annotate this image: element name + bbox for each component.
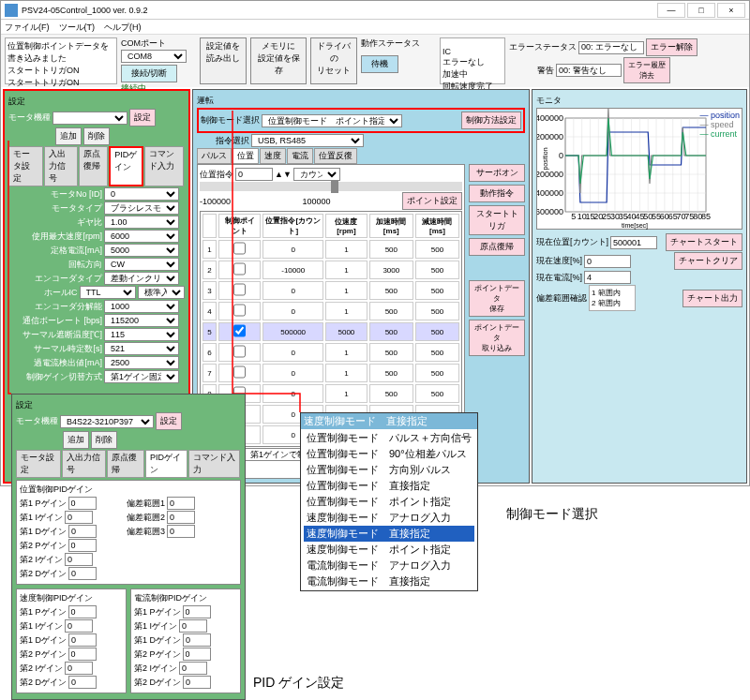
row-check[interactable] bbox=[218, 322, 261, 341]
field-input[interactable]: 5000 bbox=[104, 244, 179, 257]
cur-p2-input[interactable] bbox=[183, 648, 211, 661]
pos-d1-input[interactable] bbox=[68, 525, 97, 538]
pointdata-save-button[interactable]: ポイントデータ 保存 bbox=[469, 280, 525, 317]
table-row[interactable]: 101500500 bbox=[202, 240, 459, 259]
action-button[interactable]: 動作指令 bbox=[469, 185, 525, 202]
field-input[interactable]: 1.00 bbox=[104, 216, 179, 229]
menu-tool[interactable]: ツール(T) bbox=[59, 22, 96, 32]
minimize-button[interactable]: — bbox=[657, 3, 685, 18]
field-input2[interactable]: 標準入力 bbox=[138, 286, 185, 299]
opstatus-button[interactable]: 待機 bbox=[361, 55, 398, 73]
callout-tab-cmd[interactable]: コマンド入力 bbox=[188, 450, 240, 478]
callout-delete-button[interactable]: 削除 bbox=[91, 431, 117, 449]
row-check[interactable] bbox=[218, 261, 261, 279]
field-input[interactable]: TTL bbox=[80, 286, 136, 299]
subtab-rep[interactable]: 位置反復 bbox=[314, 148, 357, 164]
callout-tab-pid[interactable]: PIDゲイン bbox=[145, 450, 188, 478]
servo-on-button[interactable]: サーボオン bbox=[469, 164, 525, 182]
mode-settings-button[interactable]: 制御方法設定 bbox=[461, 112, 521, 129]
dropdown-item[interactable]: 速度制御モード 直接指定 bbox=[304, 526, 474, 542]
table-row[interactable]: 401500500 bbox=[202, 302, 459, 320]
dev1-input[interactable] bbox=[167, 497, 195, 510]
poscmd-input[interactable] bbox=[235, 168, 273, 181]
field-input[interactable]: 115 bbox=[104, 328, 179, 341]
spd-d2-input[interactable] bbox=[68, 676, 97, 689]
field-input[interactable]: 第1ゲイン固定 bbox=[104, 370, 179, 383]
spd-p2-input[interactable] bbox=[68, 648, 97, 661]
subtab-spd[interactable]: 速度 bbox=[260, 148, 286, 164]
poscmd-slider[interactable] bbox=[200, 182, 462, 191]
field-input[interactable]: ブラシレスモータ bbox=[104, 201, 179, 215]
field-input[interactable]: 2500 bbox=[104, 356, 179, 369]
row-check[interactable] bbox=[218, 281, 261, 300]
chart-output-button[interactable]: チャート出力 bbox=[682, 290, 742, 307]
dropdown-header[interactable]: 速度制御モード 直接指定 bbox=[301, 413, 477, 429]
row-check[interactable] bbox=[218, 302, 261, 320]
connect-button[interactable]: 接続/切断 bbox=[121, 65, 177, 82]
menu-help[interactable]: ヘルプ(H) bbox=[104, 22, 142, 32]
tab-cmd[interactable]: コマンド入力 bbox=[144, 146, 184, 186]
cur-d1-input[interactable] bbox=[183, 633, 211, 647]
cur-p1-input[interactable] bbox=[183, 605, 211, 618]
dropdown-item[interactable]: 位置制御モード パルス＋方向信号 bbox=[304, 430, 474, 446]
table-row[interactable]: 55000005000500500 bbox=[202, 322, 459, 341]
field-input[interactable]: 6000 bbox=[104, 230, 179, 243]
subtab-cur[interactable]: 電流 bbox=[287, 148, 313, 164]
error-history-button[interactable]: エラー履歴 消去 bbox=[623, 57, 670, 83]
field-input[interactable]: 521 bbox=[104, 342, 179, 355]
save-memory-button[interactable]: メモリに 設定値を保存 bbox=[250, 37, 307, 84]
field-input[interactable]: 1000 bbox=[104, 300, 179, 313]
spd-i2-input[interactable] bbox=[65, 662, 93, 675]
subtab-pos[interactable]: 位置 bbox=[232, 148, 259, 164]
tab-io[interactable]: 入出力信号 bbox=[44, 146, 79, 186]
delete-button[interactable]: 削除 bbox=[83, 127, 110, 145]
error-clear-button[interactable]: エラー解除 bbox=[646, 38, 698, 56]
cmd-select[interactable]: USB, RS485 bbox=[251, 134, 364, 147]
com-select[interactable]: COM8 bbox=[121, 50, 187, 63]
maximize-button[interactable]: □ bbox=[687, 3, 715, 18]
row-check[interactable] bbox=[218, 240, 261, 259]
pos-d2-input[interactable] bbox=[68, 567, 97, 580]
tab-home[interactable]: 原点復帰 bbox=[79, 146, 108, 186]
chart-start-button[interactable]: チャートスタート bbox=[666, 233, 742, 251]
dev2-input[interactable] bbox=[167, 511, 195, 524]
callout-tab-home[interactable]: 原点復帰 bbox=[107, 450, 144, 478]
add-button[interactable]: 追加 bbox=[55, 127, 82, 145]
spd-d1-input[interactable] bbox=[68, 633, 97, 647]
tab-motor[interactable]: モータ設定 bbox=[8, 146, 43, 186]
control-mode-select[interactable]: 位置制御モード ポイント指定 bbox=[262, 114, 402, 127]
row-check[interactable] bbox=[218, 343, 261, 362]
motor-model-select[interactable] bbox=[52, 112, 128, 125]
callout-tab-motor[interactable]: モータ設定 bbox=[16, 450, 61, 478]
callout-add-button[interactable]: 追加 bbox=[63, 431, 89, 449]
dropdown-item[interactable]: 速度制御モード ポイント指定 bbox=[304, 542, 474, 558]
dropdown-item[interactable]: 位置制御モード 90°位相差パルス bbox=[304, 446, 474, 462]
cur-d2-input[interactable] bbox=[183, 676, 211, 689]
callout-model-select[interactable]: B4S22-3210P397 bbox=[60, 415, 154, 428]
pointdata-load-button[interactable]: ポイントデータ 取り込み bbox=[469, 320, 525, 356]
pos-i1-input[interactable] bbox=[65, 511, 93, 524]
callout-tab-io[interactable]: 入出力信号 bbox=[62, 450, 107, 478]
poscmd-unit[interactable]: カウント bbox=[293, 168, 340, 181]
table-row[interactable]: 2-1000013000500 bbox=[202, 261, 459, 279]
field-input[interactable]: CW bbox=[104, 258, 179, 271]
row-check[interactable] bbox=[218, 364, 261, 382]
driver-reset-button[interactable]: ドライバの リセット bbox=[310, 37, 357, 84]
cur-i2-input[interactable] bbox=[179, 662, 207, 675]
pos-p2-input[interactable] bbox=[68, 539, 97, 552]
spd-i1-input[interactable] bbox=[65, 619, 93, 633]
close-button[interactable]: × bbox=[717, 3, 745, 18]
pos-p1-input[interactable] bbox=[68, 497, 97, 510]
field-input[interactable]: 差動インクリメンタル B相 bbox=[104, 272, 179, 285]
dropdown-item[interactable]: 位置制御モード 方向別パルス bbox=[304, 462, 474, 478]
read-settings-button[interactable]: 設定値を 読み出し bbox=[200, 37, 247, 84]
settings-set-button[interactable]: 設定 bbox=[129, 109, 156, 127]
chart-clear-button[interactable]: チャートクリア bbox=[674, 252, 742, 270]
table-row[interactable]: 701500500 bbox=[202, 364, 459, 382]
field-input[interactable]: 115200 bbox=[104, 314, 179, 327]
dropdown-item[interactable]: 位置制御モード ポイント指定 bbox=[304, 494, 474, 510]
subtab-pulse[interactable]: パルス bbox=[197, 148, 232, 164]
callout-set-button[interactable]: 設定 bbox=[156, 412, 182, 430]
dev3-input[interactable] bbox=[167, 525, 195, 538]
spd-p1-input[interactable] bbox=[68, 605, 97, 618]
